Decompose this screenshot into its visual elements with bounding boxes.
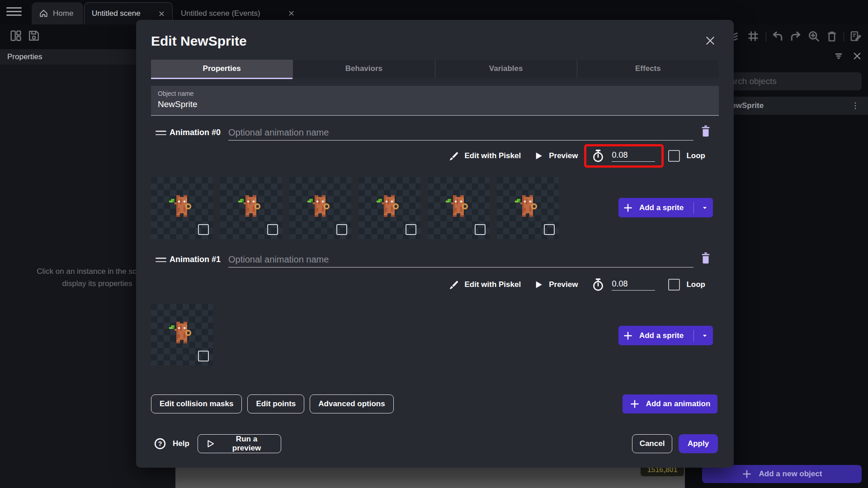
add-new-object-button[interactable]: Add a new object: [702, 465, 862, 483]
cancel-button[interactable]: Cancel: [632, 434, 672, 453]
plus-icon: [742, 469, 752, 479]
frame-select-checkbox[interactable]: [406, 224, 416, 235]
button-divider: [693, 330, 694, 342]
object-name-input[interactable]: [158, 99, 700, 109]
loop-checkbox[interactable]: [668, 150, 680, 162]
save-icon[interactable]: [27, 29, 41, 42]
creature-sprite: [306, 192, 335, 221]
sprite-frame-thumbnail[interactable]: [289, 177, 351, 239]
brush-icon: [448, 150, 459, 161]
time-between-frames-input[interactable]: [612, 279, 655, 291]
frame-select-checkbox[interactable]: [198, 224, 209, 235]
delete-animation-icon[interactable]: [700, 124, 712, 138]
play-icon: [534, 280, 543, 289]
home-icon: [39, 9, 48, 18]
animation-0-frames: [151, 177, 559, 239]
sprite-frame-thumbnail[interactable]: [151, 304, 213, 366]
close-tab-icon[interactable]: [158, 10, 165, 17]
filter-icon[interactable]: [833, 51, 844, 61]
delete-animation-icon[interactable]: [700, 251, 712, 265]
help-icon: ?: [154, 437, 166, 450]
search-objects-field[interactable]: [712, 72, 862, 90]
add-sprite-button[interactable]: Add a sprite: [618, 326, 713, 345]
play-icon: [534, 151, 543, 160]
drag-handle-icon[interactable]: [156, 131, 166, 137]
close-tab-icon[interactable]: [288, 10, 295, 17]
animation-0-actions: Edit with Piskel Preview Loop: [448, 143, 705, 169]
run-preview-button[interactable]: Run a preview: [198, 434, 281, 453]
loop-checkbox[interactable]: [668, 279, 680, 291]
animation-0-header: Animation #0: [136, 126, 734, 142]
creature-sprite: [513, 192, 542, 221]
object-menu-dots-icon[interactable]: [852, 101, 859, 110]
grid-icon[interactable]: [747, 30, 760, 42]
add-sprite-button[interactable]: Add a sprite: [618, 198, 713, 217]
sprite-frame-thumbnail[interactable]: [428, 177, 490, 239]
loop-label: Loop: [686, 151, 705, 160]
frame-select-checkbox[interactable]: [198, 351, 209, 361]
toolbar-divider: [766, 32, 766, 42]
advanced-options-button[interactable]: Advanced options: [310, 394, 393, 413]
sprite-frame-thumbnail[interactable]: [220, 177, 282, 239]
edit-collision-masks-button[interactable]: Edit collision masks: [151, 394, 242, 413]
undo-icon[interactable]: [771, 30, 784, 42]
sprite-frame-thumbnail[interactable]: [497, 177, 559, 239]
edit-object-dialog: Edit NewSprite Properties Behaviors Vari…: [136, 20, 734, 468]
animation-1-frames: [151, 304, 213, 366]
edit-with-piskel-button[interactable]: Edit with Piskel: [448, 150, 521, 161]
tab-variables[interactable]: Variables: [435, 60, 577, 78]
apply-button[interactable]: Apply: [679, 434, 718, 453]
sprite-tools-row: Edit collision masks Edit points Advance…: [151, 394, 394, 413]
stopwatch-icon: [592, 278, 604, 291]
frame-select-checkbox[interactable]: [336, 224, 347, 235]
edit-points-button[interactable]: Edit points: [247, 394, 304, 413]
object-name-field[interactable]: Object name: [151, 86, 719, 116]
creature-sprite: [444, 192, 473, 221]
stopwatch-icon: [592, 149, 604, 163]
tab-home[interactable]: Home: [32, 2, 83, 24]
redo-icon[interactable]: [789, 30, 802, 42]
tab-properties[interactable]: Properties: [151, 60, 292, 78]
layout-panels-icon[interactable]: [9, 29, 23, 42]
drag-handle-icon[interactable]: [156, 258, 166, 264]
edit-with-piskel-button[interactable]: Edit with Piskel: [448, 279, 521, 290]
animation-title: Animation #1: [170, 255, 221, 264]
frame-select-checkbox[interactable]: [475, 224, 486, 235]
preview-button[interactable]: Preview: [534, 151, 578, 160]
time-between-frames-input[interactable]: [612, 150, 655, 162]
plus-icon: [623, 331, 633, 341]
edit-notebook-icon[interactable]: [849, 30, 862, 42]
help-button[interactable]: ? Help: [154, 437, 189, 450]
plus-icon: [630, 399, 640, 409]
chevron-down-icon[interactable]: [701, 204, 708, 211]
add-animation-button[interactable]: Add an animation: [623, 394, 717, 413]
tab-label: Untitled scene: [92, 9, 141, 18]
time-between-frames-group: [584, 273, 664, 296]
creature-sprite: [236, 192, 265, 221]
trash-icon[interactable]: [826, 30, 838, 42]
close-panel-icon[interactable]: [852, 51, 863, 61]
chevron-down-icon[interactable]: [701, 332, 708, 339]
main-menu-icon[interactable]: [6, 7, 22, 17]
loop-label: Loop: [686, 280, 705, 289]
preview-button[interactable]: Preview: [534, 280, 578, 289]
sprite-frame-thumbnail[interactable]: [151, 177, 213, 239]
animation-name-input[interactable]: [228, 125, 693, 141]
frame-select-checkbox[interactable]: [267, 224, 278, 235]
object-name-field-label: Object name: [158, 90, 193, 97]
search-objects-input[interactable]: [712, 72, 862, 90]
frame-select-checkbox[interactable]: [544, 224, 555, 235]
dialog-title: Edit NewSprite: [151, 33, 247, 49]
creature-sprite: [375, 192, 404, 221]
tab-behaviors[interactable]: Behaviors: [292, 60, 434, 78]
creature-sprite: [167, 318, 196, 347]
dialog-close-icon[interactable]: [705, 35, 716, 46]
sprite-frame-thumbnail[interactable]: [359, 177, 420, 239]
gdevelop-window: Home Untitled scene Untitled scene (Even…: [0, 0, 868, 488]
animation-name-input[interactable]: [228, 252, 693, 267]
toolbar-divider: [844, 32, 844, 42]
tab-label: Home: [53, 9, 73, 18]
svg-text:?: ?: [158, 440, 162, 447]
zoom-in-icon[interactable]: [807, 30, 820, 42]
tab-effects[interactable]: Effects: [577, 60, 719, 78]
